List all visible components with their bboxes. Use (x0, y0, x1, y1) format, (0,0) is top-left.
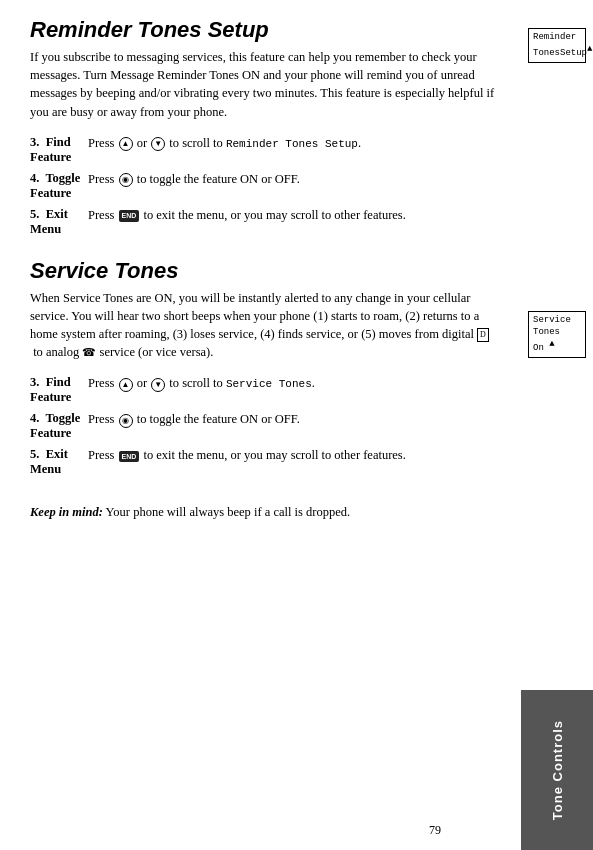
step1-3-num: 3. FindFeature (30, 135, 88, 165)
step1-4-content: Press ◉ to toggle the feature ON or OFF. (88, 171, 501, 201)
step1-5: 5. ExitMenu Press END to exit the menu, … (30, 207, 501, 237)
reminder-box-line2: TonesSetup (533, 48, 587, 58)
step2-3-mono: Service Tones (226, 378, 312, 390)
digital-icon: D (477, 328, 489, 342)
analog-icon: ☎ (82, 345, 96, 361)
step2-4-num: 4. ToggleFeature (30, 411, 88, 441)
nav-up-icon-2: ▲ (119, 378, 133, 392)
select-icon-1: ◉ (119, 173, 133, 187)
section-service-tones: Service Tones When Service Tones are ON,… (30, 259, 501, 522)
step1-5-num: 5. ExitMenu (30, 207, 88, 237)
step1-5-content: Press END to exit the menu, or you may s… (88, 207, 501, 237)
select-icon-2: ◉ (119, 414, 133, 428)
section1-title: Reminder Tones Setup (30, 18, 501, 42)
step2-3: 3. FindFeature Press ▲ or ▼ to scroll to… (30, 375, 501, 405)
keep-in-mind-text: Your phone will always beep if a call is… (106, 505, 351, 519)
section-reminder-tones: Reminder Tones Setup If you subscribe to… (30, 18, 501, 237)
right-sidebar: Reminder TonesSetup▲ Service Tones On ▲ … (521, 0, 593, 850)
main-content: Reminder Tones Setup If you subscribe to… (0, 0, 521, 850)
end-btn-icon-1: END (119, 210, 140, 222)
page-container: Reminder Tones Setup If you subscribe to… (0, 0, 593, 850)
nav-down-icon-2: ▼ (151, 378, 165, 392)
service-box-line1: Service (533, 315, 571, 325)
tab-label: Tone Controls (521, 690, 593, 850)
section2-title: Service Tones (30, 259, 501, 283)
step2-5-content: Press END to exit the menu, or you may s… (88, 447, 501, 477)
step1-3: 3. FindFeature Press ▲ or ▼ to scroll to… (30, 135, 501, 165)
step2-3-num: 3. FindFeature (30, 375, 88, 405)
sidebar-top: Reminder TonesSetup▲ Service Tones On ▲ (521, 10, 593, 366)
keep-in-mind: Keep in mind: Your phone will always bee… (30, 503, 501, 521)
page-number: 79 (429, 823, 441, 838)
step2-5: 5. ExitMenu Press END to exit the menu, … (30, 447, 501, 477)
end-btn-icon-2: END (119, 451, 140, 463)
service-display-box: Service Tones On ▲ (528, 311, 586, 358)
reminder-box-line1: Reminder (533, 32, 576, 42)
step2-5-num: 5. ExitMenu (30, 447, 88, 477)
step2-4: 4. ToggleFeature Press ◉ to toggle the f… (30, 411, 501, 441)
service-arrow: ▲ (549, 339, 554, 349)
step1-3-content: Press ▲ or ▼ to scroll to Reminder Tones… (88, 135, 501, 165)
step1-4: 4. ToggleFeature Press ◉ to toggle the f… (30, 171, 501, 201)
section2-intro: When Service Tones are ON, you will be i… (30, 289, 501, 362)
reminder-arrow: ▲ (587, 44, 592, 54)
nav-down-icon: ▼ (151, 137, 165, 151)
nav-up-icon: ▲ (119, 137, 133, 151)
step1-4-num: 4. ToggleFeature (30, 171, 88, 201)
step1-3-mono: Reminder Tones Setup (226, 138, 358, 150)
tab-label-text: Tone Controls (550, 720, 565, 820)
reminder-display-box: Reminder TonesSetup▲ (528, 28, 586, 63)
section1-intro: If you subscribe to messaging services, … (30, 48, 501, 121)
step2-4-content: Press ◉ to toggle the feature ON or OFF. (88, 411, 501, 441)
service-box-line2: Tones On (533, 327, 560, 353)
step2-3-content: Press ▲ or ▼ to scroll to Service Tones. (88, 375, 501, 405)
keep-in-mind-label: Keep in mind: (30, 505, 103, 519)
